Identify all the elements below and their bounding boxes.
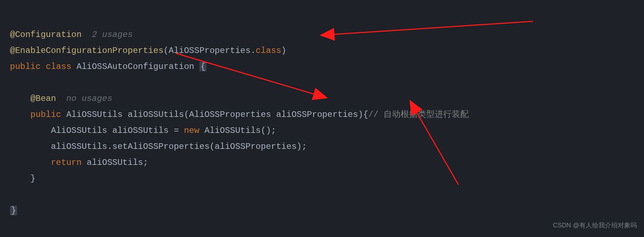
class-name: AliOSSAutoConfiguration xyxy=(76,62,199,71)
code-line: } xyxy=(10,174,36,183)
code-line: @Configuration 2 usages xyxy=(10,30,133,39)
brace-open: { xyxy=(199,62,206,71)
code-line: public AliOSSUtils aliOSSUtils(AliOSSPro… xyxy=(10,110,469,119)
annotation-configuration: @Configuration xyxy=(10,30,82,39)
inline-comment: // 自动根据类型进行装配 xyxy=(368,110,469,119)
annotation-bean: @Bean xyxy=(31,94,56,103)
usages-hint[interactable]: no usages xyxy=(56,94,112,103)
code-line: @Bean no usages xyxy=(10,94,112,103)
code-line: } xyxy=(10,206,17,215)
code-line: aliOSSUtils.setAliOSSProperties(aliOSSPr… xyxy=(10,142,307,151)
watermark-text: CSDN @有人给我介绍对象吗 xyxy=(553,217,637,233)
method-name: aliOSSUtils xyxy=(128,110,184,119)
code-line: public class AliOSSAutoConfiguration { xyxy=(10,62,206,71)
annotation-enable-config-props: @EnableConfigurationProperties xyxy=(10,46,163,55)
code-line: AliOSSUtils aliOSSUtils = new AliOSSUtil… xyxy=(10,126,276,135)
parameter-name: aliOSSProperties xyxy=(276,110,358,119)
code-line: @EnableConfigurationProperties(AliOSSPro… xyxy=(10,46,286,55)
brace-close: } xyxy=(10,206,17,215)
usages-hint[interactable]: 2 usages xyxy=(82,30,133,39)
class-ref: AliOSSProperties xyxy=(168,46,250,55)
code-line: return aliOSSUtils; xyxy=(10,158,148,167)
code-editor[interactable]: @Configuration 2 usages @EnableConfigura… xyxy=(10,11,469,219)
